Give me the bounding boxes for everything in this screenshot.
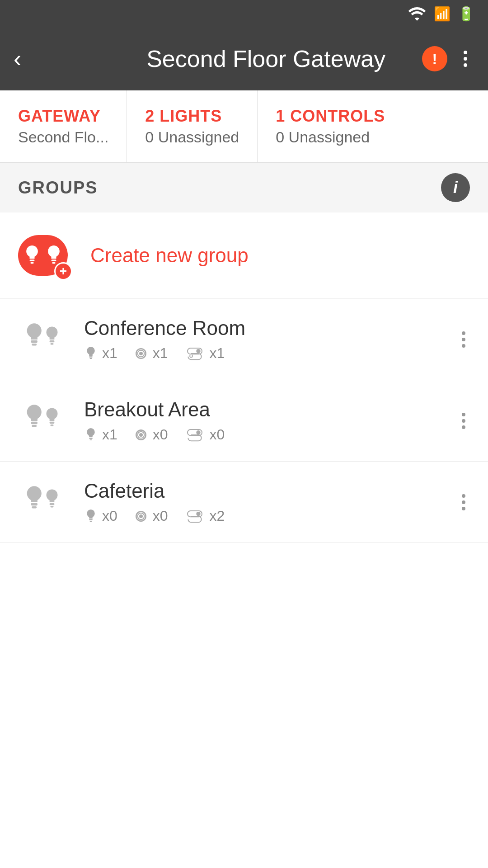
- svg-point-23: [196, 430, 200, 434]
- group-counts: x1 x0 x0: [84, 426, 457, 443]
- svg-rect-24: [31, 503, 38, 505]
- svg-rect-6: [50, 340, 55, 342]
- bulb-pair-icon: [18, 403, 63, 439]
- switch-icon: [184, 428, 205, 442]
- create-group-label: Create new group: [90, 244, 249, 267]
- svg-rect-0: [30, 259, 35, 261]
- group-more-button-cafeteria[interactable]: [457, 490, 470, 515]
- sensors-count: x1: [134, 345, 168, 362]
- switches-count-text: x0: [210, 426, 225, 443]
- svg-rect-9: [90, 358, 92, 359]
- svg-point-11: [139, 352, 143, 355]
- svg-rect-5: [32, 343, 37, 345]
- create-group-icon: +: [18, 235, 72, 276]
- create-group-item[interactable]: + Create new group: [0, 212, 488, 299]
- tab-lights[interactable]: 2 LIGHTS 0 Unassigned: [127, 90, 258, 162]
- group-icon-cafeteria: [18, 484, 68, 520]
- group-info-cafeteria: Cafeteria x0 x0: [84, 480, 457, 524]
- group-icon-conference: [18, 321, 68, 358]
- lights-count-text: x1: [102, 345, 117, 362]
- svg-rect-26: [50, 503, 55, 505]
- svg-rect-17: [50, 425, 53, 426]
- switches-count: x1: [184, 345, 225, 362]
- switches-count-text: x1: [210, 345, 225, 362]
- table-row[interactable]: Breakout Area x1 x0: [0, 380, 488, 462]
- svg-rect-25: [32, 506, 37, 508]
- switches-count: x2: [184, 508, 225, 524]
- group-more-button-conference[interactable]: [457, 327, 470, 352]
- svg-point-31: [139, 514, 143, 518]
- alert-badge[interactable]: !: [422, 46, 447, 71]
- groups-header: GROUPS i: [0, 163, 488, 212]
- svg-rect-1: [30, 262, 33, 264]
- sensors-count-text: x0: [153, 508, 168, 524]
- lights-tab-label: 2 LIGHTS: [145, 107, 239, 126]
- switch-icon: [184, 346, 205, 361]
- tab-controls[interactable]: 1 CONTROLS 0 Unassigned: [258, 90, 488, 162]
- tab-bar: GATEWAY Second Flo... 2 LIGHTS 0 Unassig…: [0, 90, 488, 163]
- table-row[interactable]: Conference Room x1 x1: [0, 299, 488, 380]
- svg-rect-18: [89, 438, 93, 439]
- svg-rect-2: [52, 259, 56, 261]
- bulb-pair-icon: [18, 321, 63, 358]
- sensor-icon: [134, 428, 148, 442]
- more-options-button[interactable]: [456, 51, 474, 67]
- app-bar-actions: !: [422, 46, 474, 71]
- switch-icon: [184, 509, 205, 524]
- sensor-icon: [134, 509, 148, 524]
- sensors-count: x0: [134, 508, 168, 524]
- svg-rect-8: [89, 356, 93, 358]
- sensor-icon: [134, 346, 148, 361]
- group-name: Breakout Area: [84, 398, 457, 421]
- gateway-tab-label: GATEWAY: [18, 107, 108, 126]
- sensors-count-text: x1: [153, 345, 168, 362]
- bulb-pair-icon: [18, 484, 63, 520]
- tab-gateway[interactable]: GATEWAY Second Flo...: [0, 90, 127, 162]
- svg-point-33: [196, 512, 200, 516]
- plus-icon: +: [54, 262, 72, 280]
- light-bulb-icon: [84, 427, 98, 443]
- svg-rect-16: [50, 421, 55, 423]
- switches-count: x0: [184, 426, 225, 443]
- info-button[interactable]: i: [441, 173, 470, 202]
- lights-count-text: x0: [102, 508, 117, 524]
- lights-count: x1: [84, 426, 117, 443]
- svg-rect-7: [50, 343, 53, 345]
- table-row[interactable]: Cafeteria x0 x0: [0, 462, 488, 543]
- page-title: Second Floor Gateway: [30, 45, 488, 72]
- svg-rect-27: [50, 506, 53, 508]
- group-info-breakout: Breakout Area x1 x0: [84, 398, 457, 443]
- groups-list: + Create new group: [0, 212, 488, 543]
- group-icon-breakout: [18, 403, 68, 439]
- lights-count: x0: [84, 508, 117, 524]
- wifi-icon: [408, 6, 427, 21]
- light-bulb-icon: [84, 345, 98, 362]
- gateway-tab-sublabel: Second Flo...: [18, 128, 108, 146]
- group-counts: x1 x1 x1: [84, 345, 457, 362]
- signal-bars-icon: 📶: [434, 6, 450, 22]
- back-button[interactable]: ‹: [14, 47, 21, 71]
- svg-point-21: [139, 433, 143, 437]
- group-counts: x0 x0 x2: [84, 508, 457, 524]
- status-bar: 📶 🔋: [0, 0, 488, 27]
- lights-count-text: x1: [102, 426, 117, 443]
- group-name: Cafeteria: [84, 480, 457, 502]
- bulb-icon-1: [22, 243, 42, 268]
- lights-tab-sublabel: 0 Unassigned: [145, 128, 239, 146]
- group-name: Conference Room: [84, 317, 457, 340]
- svg-rect-15: [32, 425, 37, 426]
- svg-rect-3: [52, 262, 55, 264]
- group-info-conference: Conference Room x1 x1: [84, 317, 457, 362]
- svg-rect-28: [89, 519, 93, 520]
- battery-icon: 🔋: [458, 6, 474, 22]
- light-bulb-icon: [84, 508, 98, 524]
- lights-count: x1: [84, 345, 117, 362]
- app-bar: ‹ Second Floor Gateway !: [0, 27, 488, 90]
- controls-tab-sublabel: 0 Unassigned: [276, 128, 470, 146]
- svg-rect-4: [31, 340, 38, 342]
- switches-count-text: x2: [210, 508, 225, 524]
- svg-rect-14: [31, 421, 38, 424]
- group-more-button-breakout[interactable]: [457, 408, 470, 434]
- svg-rect-19: [90, 439, 92, 440]
- sensors-count-text: x0: [153, 426, 168, 443]
